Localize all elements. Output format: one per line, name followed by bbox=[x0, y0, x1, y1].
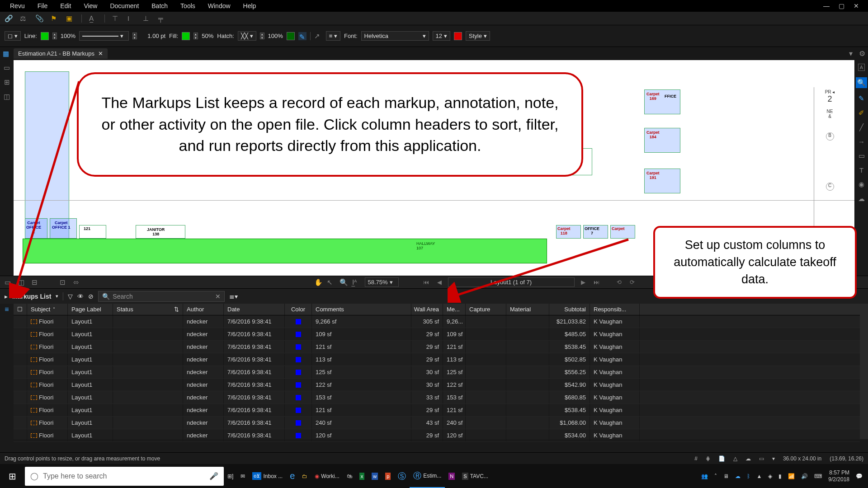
col-page[interactable]: Page Label bbox=[68, 304, 113, 315]
menu-batch[interactable]: Batch bbox=[145, 1, 174, 11]
status-dropdown-icon[interactable]: ▾ bbox=[772, 455, 775, 462]
font-dropdown[interactable]: Helvetica▾ bbox=[361, 31, 429, 41]
panel-stamp-icon[interactable]: ◉ bbox=[859, 180, 864, 188]
tray-monitor-icon[interactable]: 🖥 bbox=[723, 473, 729, 479]
col-color[interactable]: Color bbox=[285, 304, 312, 315]
grid-icon[interactable]: # bbox=[694, 455, 698, 462]
tray-app-icon[interactable]: ◈ bbox=[768, 473, 772, 479]
task-powerpoint[interactable]: p bbox=[382, 464, 394, 488]
settings-gear-icon[interactable]: ⚙ bbox=[859, 49, 865, 58]
textalign-dropdown[interactable]: ≡ ▾ bbox=[326, 31, 340, 41]
tab-panel-icon[interactable]: ▦ bbox=[3, 50, 11, 58]
font-color-swatch[interactable] bbox=[454, 32, 462, 40]
hyperlink-icon[interactable]: 🔗 bbox=[5, 14, 13, 23]
task-excel[interactable]: x bbox=[356, 464, 368, 488]
table-row[interactable]: FlooriLayout1ndecker7/6/2016 9:38:41121 … bbox=[14, 341, 860, 353]
hatch-opacity-spinner[interactable]: ▴▾ bbox=[260, 33, 264, 39]
table-row[interactable]: FlooriLayout1ndecker7/6/2016 9:38:419,26… bbox=[14, 315, 860, 328]
task-skype[interactable]: Ⓢ bbox=[394, 464, 410, 488]
mic-icon[interactable]: 🎤 bbox=[209, 472, 218, 480]
task-edge[interactable]: e bbox=[286, 464, 298, 488]
tray-keyboard-icon[interactable]: ⌨ bbox=[814, 473, 822, 479]
maximize-icon[interactable]: ▢ bbox=[839, 2, 844, 9]
panel-cloud-icon[interactable]: ☁ bbox=[858, 195, 865, 203]
tray-volume-icon[interactable]: 🔊 bbox=[801, 473, 808, 479]
col-material[interactable]: Material bbox=[506, 304, 549, 315]
arrowline-icon[interactable]: ↗ bbox=[314, 32, 322, 40]
clear-search-icon[interactable]: ✕ bbox=[215, 293, 221, 300]
menu-document[interactable]: Document bbox=[104, 1, 145, 11]
sync-icon[interactable]: △ bbox=[733, 455, 737, 462]
table-row[interactable]: FlooriLayout1ndecker7/6/2016 9:38:41153 … bbox=[14, 391, 860, 404]
minimize-icon[interactable]: — bbox=[823, 2, 830, 9]
cloud-icon[interactable]: ☁ bbox=[745, 455, 751, 462]
tray-clock[interactable]: 8:57 PM 9/2/2018 bbox=[828, 469, 849, 483]
prev-page-icon[interactable]: ◀ bbox=[435, 279, 443, 286]
zoom-tool-icon[interactable]: 🔍 bbox=[340, 278, 348, 286]
panel-thumbnail-icon[interactable]: ▭ bbox=[4, 64, 10, 72]
start-button[interactable]: ⊞ bbox=[0, 464, 25, 488]
tray-shield-icon[interactable]: ▲ bbox=[756, 473, 762, 479]
line-color-swatch[interactable] bbox=[41, 32, 49, 40]
fontsize-dropdown[interactable]: 12 ▾ bbox=[433, 31, 450, 41]
page-icon[interactable]: 📄 bbox=[718, 455, 725, 462]
alignleft-icon[interactable]: ⊤ bbox=[112, 14, 120, 23]
col-subject[interactable]: Subject ˄ bbox=[27, 304, 68, 315]
menu-view[interactable]: View bbox=[77, 1, 104, 11]
panel-text-icon[interactable]: T bbox=[859, 166, 863, 174]
table-row[interactable]: FlooriLayout1ndecker7/6/2016 9:38:41240 … bbox=[14, 417, 860, 429]
col-capture[interactable]: Capture bbox=[466, 304, 506, 315]
document-tab[interactable]: Estimation A21 - BB Markups ✕ bbox=[14, 48, 108, 59]
col-responsibility[interactable]: Responsib... bbox=[590, 304, 640, 315]
fill-color-swatch[interactable] bbox=[182, 32, 190, 40]
panel-line-icon[interactable]: ╱ bbox=[859, 123, 863, 131]
table-row[interactable]: FlooriLayout1ndecker7/6/2016 9:38:41121 … bbox=[14, 404, 860, 417]
tab-close-icon[interactable]: ✕ bbox=[98, 50, 103, 57]
hatch-pattern-dropdown[interactable]: ╳╳ ▾ bbox=[238, 31, 256, 41]
task-revu[interactable]: Ⓡ Estim... bbox=[410, 464, 445, 488]
tray-notifications-icon[interactable]: 💬 bbox=[856, 473, 863, 479]
text-select-icon[interactable]: I̲ᴬ bbox=[352, 278, 360, 286]
table-scrollbar[interactable] bbox=[860, 304, 868, 439]
stamp-icon[interactable]: ⚖ bbox=[20, 14, 28, 23]
panel-search-icon[interactable]: 🔍 bbox=[856, 77, 867, 88]
col-date[interactable]: Date bbox=[224, 304, 285, 315]
list-options-icon[interactable]: ≣▾ bbox=[229, 293, 238, 300]
table-row[interactable]: FlooriLayout1ndecker7/6/2016 9:38:41113 … bbox=[14, 353, 860, 366]
table-row[interactable]: FlooriLayout1ndecker7/6/2016 9:38:41109 … bbox=[14, 328, 860, 341]
hatch-color-swatch[interactable] bbox=[287, 32, 295, 40]
shape-dropdown[interactable]: ◻ ▾ bbox=[5, 31, 21, 41]
menu-edit[interactable]: Edit bbox=[54, 1, 77, 11]
table-row[interactable]: FlooriLayout1ndecker7/6/2016 9:38:41122 … bbox=[14, 379, 860, 391]
task-onenote[interactable]: N bbox=[445, 464, 458, 488]
attach-icon[interactable]: 📎 bbox=[35, 14, 43, 23]
line-opacity-spinner[interactable]: ▴▾ bbox=[52, 33, 57, 39]
task-outlook[interactable]: o⊻ Inbox ... bbox=[249, 464, 286, 488]
col-status[interactable]: Status⇅ bbox=[113, 304, 183, 315]
table-row[interactable]: FlooriLayout1ndecker7/6/2016 9:38:41120 … bbox=[14, 429, 860, 442]
line-weight-spinner[interactable]: ▴▾ bbox=[132, 33, 137, 39]
zoom-value[interactable]: 58.75% ▾ bbox=[365, 277, 399, 287]
col-me[interactable]: Me... bbox=[443, 304, 466, 315]
col-comments[interactable]: Comments bbox=[312, 304, 411, 315]
tray-wifi-icon[interactable]: 📶 bbox=[788, 473, 795, 479]
task-mail[interactable]: ✉ bbox=[237, 464, 249, 488]
panel-a-icon[interactable]: A bbox=[858, 64, 865, 71]
tray-bt-icon[interactable]: ᛒ bbox=[747, 473, 750, 479]
menu-revu[interactable]: Revu bbox=[4, 1, 31, 11]
tray-onedrive-icon[interactable]: ☁ bbox=[735, 473, 741, 479]
close-icon[interactable]: ✕ bbox=[854, 2, 859, 9]
row-list-icon[interactable]: ≡ bbox=[5, 305, 9, 314]
task-chrome[interactable]: ◉ Worki... bbox=[311, 464, 343, 488]
task-store[interactable]: 🛍 bbox=[343, 464, 356, 488]
style-dropdown[interactable]: Style ▾ bbox=[466, 31, 490, 41]
markups-search[interactable]: 🔍 Search ✕ bbox=[98, 291, 225, 302]
tray-battery-icon[interactable]: ▮ bbox=[778, 473, 782, 479]
task-word[interactable]: w bbox=[368, 464, 382, 488]
tray-people-icon[interactable]: 👥 bbox=[701, 473, 708, 479]
aligncenter-icon[interactable]: I bbox=[127, 14, 136, 23]
task-tavc[interactable]: S TAVC... bbox=[458, 464, 492, 488]
presentation-icon[interactable]: ▭ bbox=[759, 455, 764, 462]
col-checkbox[interactable]: ☐ bbox=[14, 304, 27, 315]
flag-icon[interactable]: ⚑ bbox=[51, 14, 59, 23]
